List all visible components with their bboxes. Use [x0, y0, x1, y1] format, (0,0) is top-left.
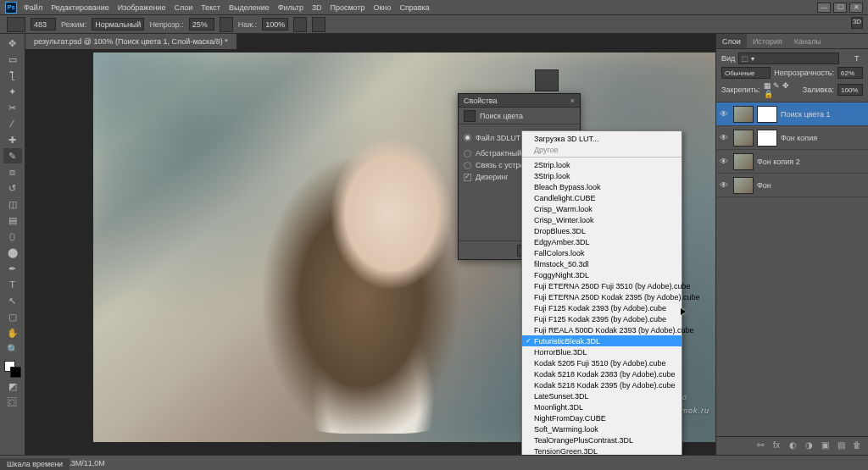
menu-редактирование[interactable]: Редактирование [51, 3, 109, 12]
minimize-button[interactable]: — [817, 3, 831, 13]
lut-item[interactable]: Fuji F125 Kodak 2395 (by Adobe).cube [522, 313, 682, 324]
lut-item[interactable]: HorrorBlue.3DL [522, 346, 682, 357]
menu-выделение[interactable]: Выделение [229, 3, 270, 12]
screenmode-tool[interactable]: ⿴ [3, 395, 22, 410]
eye-icon[interactable]: 👁 [720, 133, 730, 143]
lut-item[interactable]: Bleach Bypass.look [522, 181, 682, 192]
pressure-size-icon[interactable] [312, 17, 326, 32]
lut-item[interactable]: LateSunset.3DL [522, 390, 682, 401]
layer-row[interactable]: 👁Фон [716, 174, 868, 197]
lut-item[interactable]: filmstock_50.3dl [522, 258, 682, 269]
lut-item[interactable]: Fuji REALA 500D Kodak 2393 (by Adobe).cu… [522, 324, 682, 335]
lut-item[interactable]: Crisp_Winter.look [522, 214, 682, 225]
fill-field[interactable]: 100% [837, 84, 863, 96]
menu-файл[interactable]: Файл [24, 3, 42, 12]
marquee-tool[interactable]: ▭ [3, 52, 22, 67]
path-tool[interactable]: ↖ [3, 293, 22, 308]
panel-tab-2[interactable]: Каналы [788, 34, 827, 48]
menu-просмотр[interactable]: Просмотр [330, 3, 364, 12]
pen-tool[interactable]: ✒ [3, 261, 22, 276]
brush-size-field[interactable]: 483 [31, 18, 56, 30]
link-icon[interactable]: ⚯ [754, 440, 766, 452]
lut-item[interactable]: Загрузка 3D LUT... [522, 133, 682, 144]
fx-icon[interactable]: fx [771, 440, 782, 452]
history-brush-tool[interactable]: ↺ [3, 180, 22, 196]
radio-devicelink[interactable] [464, 162, 471, 169]
layer-row[interactable]: 👁Фон копия 2 [716, 150, 868, 174]
lut-item[interactable]: TensionGreen.3DL [522, 445, 682, 455]
menu-справка[interactable]: Справка [399, 3, 429, 12]
group-icon[interactable]: ▣ [819, 440, 831, 452]
workspace-switcher[interactable]: 3D [851, 17, 863, 29]
mask-thumb[interactable] [757, 106, 777, 123]
menu-изображение[interactable]: Изображение [118, 3, 166, 12]
checkbox-dither[interactable] [464, 174, 471, 181]
eye-icon[interactable]: 👁 [720, 109, 730, 119]
lut-item[interactable]: Fuji ETERNA 250D Fuji 3510 (by Adobe).cu… [522, 280, 682, 291]
lut-item[interactable]: FuturisticBleak.3DL [522, 335, 682, 346]
wand-tool[interactable]: ✦ [3, 84, 22, 99]
adjustment-new-icon[interactable]: ◑ [803, 440, 815, 452]
mask-icon[interactable]: ◐ [787, 440, 798, 452]
hand-tool[interactable]: ✋ [3, 325, 22, 340]
lut-item[interactable]: Moonlight.3DL [522, 401, 682, 412]
menu-фильтр[interactable]: Фильтр [278, 3, 303, 12]
lut-item[interactable]: 3Strip.look [522, 170, 682, 181]
lut-item[interactable]: FoggyNight.3DL [522, 269, 682, 280]
lut-item[interactable]: Soft_Warming.look [522, 423, 682, 434]
blur-tool[interactable]: ⬯ [3, 229, 22, 244]
lut-item[interactable]: Kodak 5218 Kodak 2383 (by Adobe).cube [522, 368, 682, 379]
gradient-tool[interactable]: ▤ [3, 213, 22, 228]
tool-preset-icon[interactable] [7, 17, 25, 32]
layer-opacity-field[interactable]: 62% [837, 67, 863, 79]
lut-item[interactable]: Candlelight.CUBE [522, 192, 682, 203]
menu-окно[interactable]: Окно [374, 3, 392, 12]
layer-row[interactable]: 👁Фон копия [716, 126, 868, 150]
eraser-tool[interactable]: ◫ [3, 196, 22, 212]
zoom-tool[interactable]: 🔍 [3, 341, 22, 357]
flow-field[interactable]: 100% [262, 18, 288, 30]
lut-item[interactable]: Fuji ETERNA 250D Kodak 2395 (by Adobe).c… [522, 291, 682, 302]
lut-item[interactable]: EdgyAmber.3DL [522, 236, 682, 247]
menu-текст[interactable]: Текст [201, 3, 220, 12]
stamp-tool[interactable]: ⧈ [3, 164, 22, 180]
eye-icon[interactable]: 👁 [720, 157, 730, 167]
panel-tab-0[interactable]: Слои [716, 34, 747, 48]
color-swatches[interactable] [4, 361, 21, 378]
move-tool[interactable]: ✥ [3, 36, 22, 51]
lut-item[interactable]: 2Strip.look [522, 159, 682, 170]
pressure-opacity-icon[interactable] [220, 17, 233, 32]
delete-icon[interactable]: 🗑 [851, 440, 863, 452]
lut-item[interactable]: TealOrangePlusContrast.3DL [522, 434, 682, 445]
layer-thumb[interactable] [733, 177, 754, 194]
blend-mode-select[interactable]: Нормальный [92, 18, 144, 30]
timeline-tab[interactable]: Шкала времени [0, 458, 70, 470]
shape-tool[interactable]: ▢ [3, 309, 22, 324]
lut-item[interactable]: DropBlues.3DL [522, 225, 682, 236]
document-tab[interactable]: результат.psd @ 100% (Поиск цвета 1, Сло… [25, 34, 237, 49]
type-tool[interactable]: T [3, 277, 22, 292]
lut-item[interactable]: FallColors.look [522, 247, 682, 258]
quickmask-tool[interactable]: ◩ [3, 379, 22, 394]
maximize-button[interactable]: ☐ [833, 3, 847, 13]
lut-item[interactable]: Fuji F125 Kodak 2393 (by Adobe).cube [522, 302, 682, 313]
radio-abstract[interactable] [464, 150, 471, 158]
eyedropper-tool[interactable]: ∕ [3, 116, 22, 131]
new-layer-icon[interactable]: ▤ [835, 440, 847, 452]
lut-item[interactable]: Kodak 5205 Fuji 3510 (by Adobe).cube [522, 357, 682, 368]
eye-icon[interactable]: 👁 [720, 180, 730, 191]
brush-tool[interactable]: ✎ [3, 148, 22, 163]
panel-close-icon[interactable]: × [570, 97, 575, 105]
airbrush-icon[interactable] [293, 17, 307, 32]
layer-thumb[interactable] [733, 130, 754, 147]
menu-слои[interactable]: Слои [174, 3, 192, 12]
lasso-tool[interactable]: ƪ [3, 68, 22, 83]
layer-row[interactable]: 👁Поиск цвета 1 [716, 102, 868, 126]
layer-thumb[interactable] [733, 106, 754, 123]
heal-tool[interactable]: ✚ [3, 132, 22, 147]
close-button[interactable]: ✕ [849, 3, 863, 13]
opacity-field[interactable]: 25% [189, 18, 214, 30]
collapsed-panel-1[interactable] [535, 69, 559, 91]
mask-thumb[interactable] [757, 130, 777, 147]
crop-tool[interactable]: ✂ [3, 100, 22, 115]
